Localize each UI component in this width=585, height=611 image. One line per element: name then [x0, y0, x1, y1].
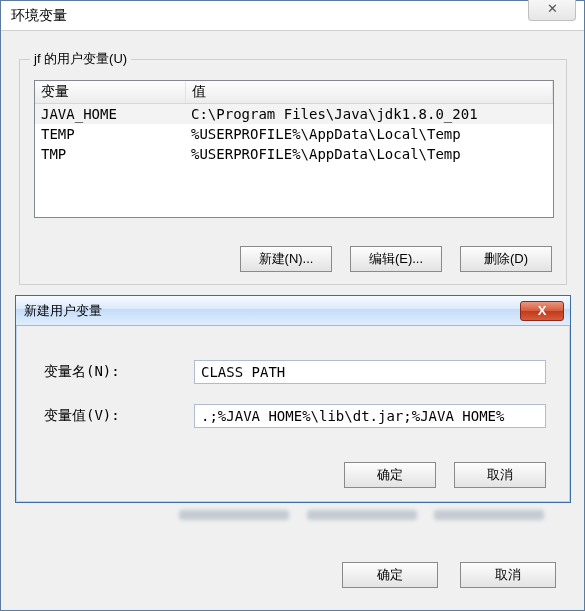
dialog-cancel-button[interactable]: 取消 — [454, 462, 546, 488]
table-row[interactable]: JAVA_HOME C:\Program Files\Java\jdk1.8.0… — [35, 104, 553, 125]
env-vars-window: 环境变量 ✕ jf 的用户变量(U) 变量 值 JAVA_HOME C:\Pro… — [0, 0, 585, 611]
dialog-close-button[interactable]: X — [520, 301, 564, 321]
table-row[interactable]: TMP %USERPROFILE%\AppData\Local\Temp — [35, 144, 553, 164]
main-cancel-button[interactable]: 取消 — [460, 562, 556, 588]
user-vars-button-row: 新建(N)... 编辑(E)... 删除(D) — [240, 246, 552, 272]
table-row[interactable]: TEMP %USERPROFILE%\AppData\Local\Temp — [35, 124, 553, 144]
obscured-content-shadow — [19, 506, 567, 524]
var-name-label: 变量名(N): — [44, 363, 194, 381]
dialog-titlebar: 新建用户变量 X — [16, 296, 570, 326]
edit-button[interactable]: 编辑(E)... — [350, 246, 442, 272]
var-name-row: 变量名(N): — [44, 360, 546, 384]
var-value-row: 变量值(V): — [44, 404, 546, 428]
window-close-button[interactable]: ✕ — [528, 0, 576, 21]
dialog-button-row: 确定 取消 — [344, 462, 546, 488]
var-name-input[interactable] — [194, 360, 546, 384]
titlebar: 环境变量 ✕ — [1, 1, 584, 31]
cell-var-name: JAVA_HOME — [35, 104, 185, 125]
user-vars-group: jf 的用户变量(U) 变量 值 JAVA_HOME C:\Program Fi… — [19, 59, 567, 285]
close-icon: ✕ — [547, 1, 558, 16]
main-button-row: 确定 取消 — [342, 562, 556, 588]
user-vars-table[interactable]: 变量 值 JAVA_HOME C:\Program Files\Java\jdk… — [34, 80, 554, 218]
close-icon: X — [538, 303, 547, 318]
cell-var-value: %USERPROFILE%\AppData\Local\Temp — [185, 144, 553, 164]
dialog-title: 新建用户变量 — [24, 302, 102, 320]
cell-var-value: %USERPROFILE%\AppData\Local\Temp — [185, 124, 553, 144]
cell-var-value: C:\Program Files\Java\jdk1.8.0_201 — [185, 104, 553, 125]
user-vars-group-label: jf 的用户变量(U) — [30, 50, 131, 68]
cell-var-name: TEMP — [35, 124, 185, 144]
delete-button[interactable]: 删除(D) — [460, 246, 552, 272]
var-value-input[interactable] — [194, 404, 546, 428]
cell-var-name: TMP — [35, 144, 185, 164]
new-button[interactable]: 新建(N)... — [240, 246, 332, 272]
new-user-var-dialog: 新建用户变量 X 变量名(N): 变量值(V): 确定 取消 — [15, 295, 571, 503]
column-header-name[interactable]: 变量 — [35, 81, 185, 104]
var-value-label: 变量值(V): — [44, 407, 194, 425]
column-header-value[interactable]: 值 — [185, 81, 553, 104]
main-ok-button[interactable]: 确定 — [342, 562, 438, 588]
dialog-ok-button[interactable]: 确定 — [344, 462, 436, 488]
window-title: 环境变量 — [11, 7, 67, 25]
